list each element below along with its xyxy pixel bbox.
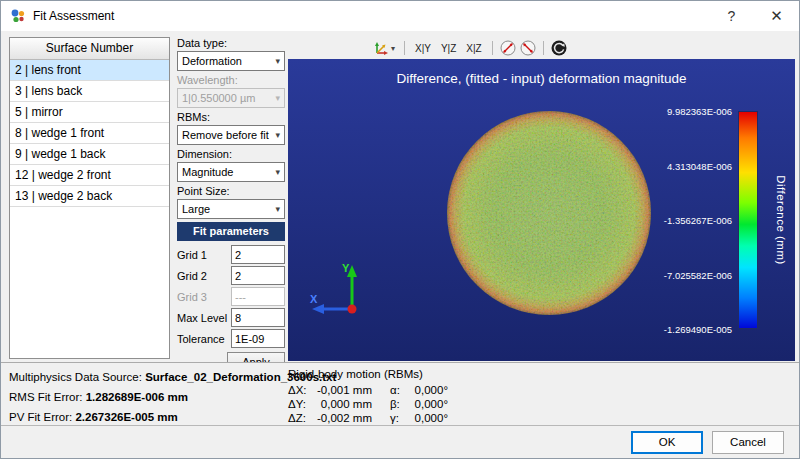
axis-triad: Y X [308, 259, 374, 325]
rbms-value: Remove before fit [182, 129, 269, 141]
colorbar-ticks: 9.982363E-006 4.313048E-006 -1.356267E-0… [602, 111, 732, 329]
viz-toolbar: ▾ X|Y Y|Z X|Z [288, 37, 795, 59]
colorbar-tick: 9.982363E-006 [667, 106, 732, 117]
grid1-row: Grid 1 [177, 244, 285, 265]
dx-value: -0,001 mm [312, 383, 372, 397]
dimension-value: Magnitude [182, 166, 233, 178]
pv-fit-error-value: 2.267326E-005 mm [75, 411, 177, 423]
data-source-label: Multiphysics Data Source: [9, 371, 142, 383]
grid1-label: Grid 1 [177, 249, 231, 261]
rbms-label: RBMs: [177, 111, 285, 124]
grid3-label: Grid 3 [177, 291, 231, 303]
viz-title: Difference, (fitted - input) deformation… [288, 71, 795, 86]
chevron-down-icon: ▾ [275, 93, 280, 103]
dy-label: ΔY: [288, 397, 312, 411]
rotation-lock-2-icon[interactable] [520, 40, 536, 56]
surface-row[interactable]: 13 | wedge 2 back [10, 186, 169, 207]
rbms-select[interactable]: Remove before fit ▾ [177, 125, 285, 145]
point-size-label: Point Size: [177, 185, 285, 198]
visualization-panel: ▾ X|Y Y|Z X|Z Difference, (fitted - inpu… [288, 37, 795, 361]
grid2-row: Grid 2 [177, 265, 285, 286]
dialog-footer: OK Cancel [1, 425, 799, 458]
surface-row[interactable]: 5 | mirror [10, 102, 169, 123]
dx-label: ΔX: [288, 383, 312, 397]
gamma-label: γ: [390, 411, 406, 425]
wavelength-select: 1|0.550000 µm ▾ [177, 88, 285, 108]
ok-button[interactable]: OK [631, 431, 703, 454]
tolerance-label: Tolerance [177, 333, 231, 345]
rms-fit-error-label: RMS Fit Error: [9, 391, 82, 403]
point-size-select[interactable]: Large ▾ [177, 199, 285, 219]
rbm-row-x: ΔX: -0,001 mm α: 0,000° [288, 383, 448, 397]
help-button[interactable]: ? [709, 1, 754, 31]
gamma-value: 0,000° [406, 411, 448, 425]
colorbar-tick: -1.356267E-006 [664, 215, 732, 226]
pv-fit-error-label: PV Fit Error: [9, 411, 72, 423]
data-type-label: Data type: [177, 37, 285, 50]
orientation-tool-button[interactable]: ▾ [370, 40, 397, 57]
view-xz-button[interactable]: X|Z [463, 42, 484, 55]
surface-row[interactable]: 12 | wedge 2 front [10, 165, 169, 186]
data-type-select[interactable]: Deformation ▾ [177, 51, 285, 71]
data-type-value: Deformation [182, 55, 242, 67]
axis-triad-icon [372, 41, 389, 56]
grid2-label: Grid 2 [177, 270, 231, 282]
view-xy-button[interactable]: X|Y [412, 42, 434, 55]
toolbar-separator [543, 41, 544, 55]
max-level-row: Max Level [177, 307, 285, 328]
chevron-down-icon: ▾ [275, 56, 280, 66]
triad-y-label: Y [342, 262, 350, 274]
window-title: Fit Assessment [33, 9, 114, 23]
tolerance-input[interactable] [231, 329, 285, 348]
max-level-label: Max Level [177, 312, 231, 324]
beta-label: β: [390, 397, 406, 411]
grid3-row: Grid 3 [177, 286, 285, 307]
rbm-row-y: ΔY: 0,000 mm β: 0,000° [288, 397, 448, 411]
surface-number-table: Surface Number 2 | lens front 3 | lens b… [9, 37, 170, 359]
colorbar-axis-label: Difference (mm) [775, 175, 787, 265]
colorbar-tick: -1.269490E-005 [664, 324, 732, 335]
chevron-down-icon: ▾ [391, 44, 395, 53]
dy-value: 0,000 mm [312, 397, 372, 411]
titlebar-buttons: ? ✕ [709, 1, 799, 31]
surface-table-header: Surface Number [10, 38, 169, 60]
max-level-input[interactable] [231, 308, 285, 327]
colorbar-gradient [738, 111, 758, 329]
toolbar-separator [404, 41, 405, 55]
tolerance-row: Tolerance [177, 328, 285, 349]
chevron-down-icon: ▾ [275, 204, 280, 214]
rbm-panel: Rigid-body motion (RBMs) ΔX: -0,001 mm α… [288, 367, 448, 425]
rbm-row-z: ΔZ: -0,002 mm γ: 0,000° [288, 411, 448, 425]
rbm-header: Rigid-body motion (RBMs) [288, 367, 448, 382]
dz-label: ΔZ: [288, 411, 312, 425]
dz-value: -0,002 mm [312, 411, 372, 425]
surface-row[interactable]: 2 | lens front [10, 60, 169, 81]
surface-row[interactable]: 3 | lens back [10, 81, 169, 102]
viz-canvas[interactable]: Difference, (fitted - input) deformation… [288, 59, 795, 361]
chevron-down-icon: ▾ [275, 167, 280, 177]
close-button[interactable]: ✕ [754, 1, 799, 31]
grid2-input[interactable] [231, 266, 285, 285]
colorbar-tick: -7.025582E-006 [664, 269, 732, 280]
wavelength-label: Wavelength: [177, 74, 285, 87]
rotation-lock-1-icon[interactable] [500, 40, 516, 56]
cancel-button[interactable]: Cancel [712, 431, 784, 454]
spin-view-button[interactable] [551, 40, 567, 56]
grid1-input[interactable] [231, 245, 285, 264]
status-panel: Multiphysics Data Source: Surface_02_Def… [1, 362, 799, 428]
beta-value: 0,000° [406, 397, 448, 411]
fit-options-panel: Data type: Deformation ▾ Wavelength: 1|0… [177, 37, 285, 372]
point-size-value: Large [182, 203, 210, 215]
alpha-value: 0,000° [406, 383, 448, 397]
chevron-down-icon: ▾ [275, 130, 280, 140]
dimension-select[interactable]: Magnitude ▾ [177, 162, 285, 182]
app-icon [10, 8, 26, 24]
surface-row[interactable]: 9 | wedge 1 back [10, 144, 169, 165]
triad-x-label: X [310, 293, 318, 305]
fit-assessment-dialog: Fit Assessment ? ✕ Surface Number 2 | le… [0, 0, 800, 459]
fit-parameters-header: Fit parameters [177, 222, 285, 241]
surface-row[interactable]: 8 | wedge 1 front [10, 123, 169, 144]
view-yz-button[interactable]: Y|Z [438, 42, 459, 55]
rms-fit-error-value: 1.282689E-006 mm [86, 391, 188, 403]
toolbar-separator [492, 41, 493, 55]
